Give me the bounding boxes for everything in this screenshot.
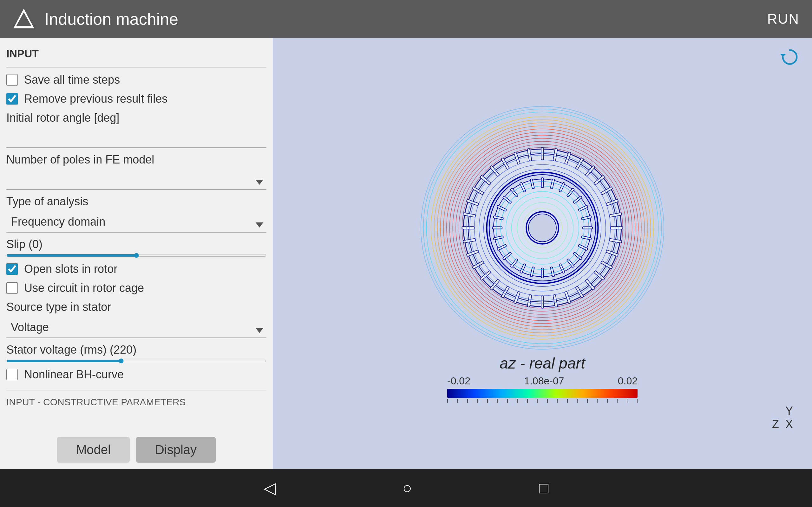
recents-nav-icon[interactable]: □ [539,479,548,497]
main-content: INPUT Save all time steps Remove previou… [0,38,812,469]
app-title: Induction machine [44,9,767,29]
colorbar-mid-label: 1.08e-07 [524,375,564,387]
open-slots-checkbox[interactable] [6,263,18,275]
nonlinear-bh-row: Nonlinear BH-curve [6,368,266,381]
viz-label: az - real part [500,354,585,372]
nonlinear-bh-checkbox[interactable] [6,369,18,380]
source-type-select[interactable]: Voltage Current [6,317,266,338]
analysis-type-label: Type of analysis [6,195,266,208]
constructive-params-label: INPUT - CONSTRUCTIVE PARAMETERS [6,397,266,407]
svg-point-98 [528,214,556,242]
rotor-angle-label: Initial rotor angle [deg] [6,111,266,124]
colorbar-ticks [447,399,638,403]
save-all-time-steps-label: Save all time steps [24,73,120,87]
colorbar-container: -0.02 1.08e-07 0.02 [447,375,638,403]
motor-diagram [368,104,717,351]
svg-rect-37 [541,296,544,308]
z-axis-label: Z [772,418,779,431]
save-all-time-steps-checkbox[interactable] [6,74,18,86]
rotor-angle-input[interactable]: 10 [6,128,266,148]
colorbar [447,389,638,398]
stator-voltage-label: Stator voltage (rms) (220) [6,343,266,356]
svg-rect-19 [541,148,544,160]
rotor-cage-row: Use circuit in rotor cage [6,281,266,295]
nonlinear-bh-label: Nonlinear BH-curve [24,368,124,381]
viz-container: az - real part -0.02 1.08e-07 0.02 [273,38,812,469]
poles-label: Number of poles in FE model [6,153,266,166]
display-button[interactable]: Display [136,437,216,463]
analysis-type-select[interactable]: Frequency domain Time domain [6,211,266,233]
open-slots-row: Open slots in rotor [6,262,266,276]
open-slots-label: Open slots in rotor [24,262,117,276]
remove-previous-label: Remove previous result files [24,92,167,106]
stator-voltage-slider[interactable] [6,360,266,362]
zx-axis-row: Z X [772,418,793,431]
x-axis-label: X [785,418,793,431]
source-type-dropdown-wrapper: Voltage Current [6,317,266,338]
slip-slider-row [6,254,266,257]
colorbar-max-label: 0.02 [618,375,638,387]
bottom-buttons: Model Display [6,431,266,469]
colorbar-min-label: -0.02 [447,375,470,387]
app-logo [13,8,35,30]
remove-previous-row: Remove previous result files [6,92,266,106]
rotor-cage-checkbox[interactable] [6,282,18,294]
remove-previous-checkbox[interactable] [6,93,18,105]
save-all-time-steps-row: Save all time steps [6,73,266,87]
slip-label: Slip (0) [6,238,266,251]
poles-input[interactable]: 4 [6,170,266,190]
analysis-type-dropdown-wrapper: Frequency domain Time domain [6,211,266,233]
left-panel: INPUT Save all time steps Remove previou… [0,38,273,469]
rotor-cage-label: Use circuit in rotor cage [24,281,144,295]
constructive-params-divider [6,390,266,390]
refresh-icon[interactable] [780,48,799,71]
run-button[interactable]: RUN [767,11,799,27]
svg-rect-28 [611,227,623,229]
axis-labels: Y Z X [772,404,793,431]
y-axis-label: Y [785,404,793,418]
input-divider [6,67,266,67]
svg-marker-2 [780,54,786,57]
stator-voltage-slider-row [6,360,266,362]
top-bar: Induction machine RUN [0,0,812,38]
back-nav-icon[interactable]: ◁ [264,479,275,497]
input-section-label: INPUT [6,48,266,60]
source-type-label: Source type in stator [6,300,266,314]
slip-slider[interactable] [6,254,266,257]
svg-rect-46 [462,227,474,229]
right-panel: az - real part -0.02 1.08e-07 0.02 [273,38,812,469]
colorbar-labels: -0.02 1.08e-07 0.02 [447,375,638,387]
bottom-nav: ◁ ○ □ [0,469,812,507]
model-button[interactable]: Model [57,437,130,463]
home-nav-icon[interactable]: ○ [403,479,412,497]
poles-dropdown-wrapper: 4 [6,170,266,190]
